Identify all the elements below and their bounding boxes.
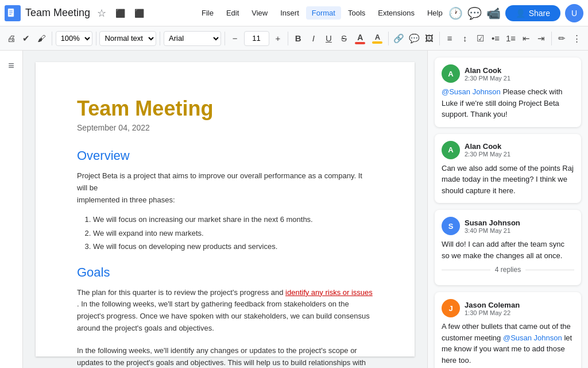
- more-options-button[interactable]: ⋮: [571, 30, 584, 47]
- bullet-list-button[interactable]: •≡: [489, 30, 502, 47]
- star-icon[interactable]: ☆: [95, 5, 109, 22]
- image-button[interactable]: 🖼: [423, 30, 436, 47]
- separator-1: [52, 32, 52, 45]
- overview-list: We will focus on increasing our market s…: [93, 213, 373, 253]
- comment-avatar-3: S: [442, 217, 460, 235]
- indent-more-button[interactable]: ⇥: [535, 30, 548, 47]
- separator-4: [225, 32, 225, 45]
- menu-tools[interactable]: Tools: [342, 6, 371, 20]
- list-item-2: We will expand into new markets.: [93, 227, 373, 240]
- font-select[interactable]: Arial Times New Roman Courier New: [164, 31, 221, 46]
- menu-help[interactable]: Help: [421, 6, 448, 20]
- zoom-select[interactable]: 100% 75% 125% 150%: [56, 31, 92, 46]
- main-area: ≡ Team Meeting September 04, 2022 Overvi…: [0, 51, 588, 368]
- comment-author-3: Susan Johnson: [465, 218, 520, 227]
- paint-format-button[interactable]: 🖌: [35, 30, 48, 47]
- title-bar-right: 🕐 💬 📹 👤 Share U: [448, 4, 583, 22]
- numbered-list-button[interactable]: 1≡: [504, 30, 517, 47]
- comment-card-4: J Jason Coleman 1:30 PM May 22 A few oth…: [435, 292, 581, 368]
- comment-time-4: 1:30 PM May 22: [465, 309, 520, 316]
- goals-heading: Goals: [77, 265, 373, 280]
- comment-meta-4: Jason Coleman 1:30 PM May 22: [465, 301, 520, 316]
- comment-avatar-4: J: [442, 299, 460, 317]
- print-button[interactable]: 🖨: [5, 30, 18, 47]
- separator-3: [160, 32, 160, 45]
- comment-time-3: 3:40 PM May 21: [465, 227, 520, 234]
- comment-avatar-2: A: [442, 141, 460, 159]
- text-color-indicator: [355, 42, 365, 44]
- italic-button[interactable]: I: [307, 30, 320, 47]
- document-area[interactable]: Team Meeting September 04, 2022 Overview…: [23, 51, 427, 368]
- strikethrough-button[interactable]: S: [338, 30, 351, 47]
- drive-icon[interactable]: ⬛: [132, 6, 146, 20]
- comments-icon[interactable]: 💬: [467, 6, 482, 20]
- list-item-3: We will focus on developing new products…: [93, 240, 373, 253]
- line-spacing-button[interactable]: ↕: [458, 30, 471, 47]
- overview-body-text2: implemented in three phases:: [77, 195, 175, 204]
- comment-history-icon[interactable]: 🕐: [448, 6, 463, 20]
- document-page: Team Meeting September 04, 2022 Overview…: [36, 62, 415, 356]
- replies-divider: 4 replies: [442, 266, 574, 274]
- comment-avatar-1: A: [442, 64, 460, 83]
- meet-icon[interactable]: 📹: [486, 6, 501, 20]
- spellcheck-button[interactable]: ✔: [20, 30, 33, 47]
- comment-header-4: J Jason Coleman 1:30 PM May 22: [442, 299, 574, 317]
- overview-heading: Overview: [77, 148, 373, 163]
- increase-font-button[interactable]: +: [272, 30, 285, 47]
- comment-text-4: A few other bullets that came out of the…: [442, 321, 574, 366]
- title-bar-left: Team Meeting ☆ ⬛ ⬛: [5, 5, 196, 22]
- list-item-1: We will focus on increasing our market s…: [93, 213, 373, 226]
- sidebar-toggle-button[interactable]: ≡: [3, 57, 20, 74]
- menu-file[interactable]: File: [196, 6, 219, 20]
- comment-author-2: Alan Cook: [465, 142, 510, 151]
- docs-icon: [5, 5, 21, 21]
- comment-meta-1: Alan Cook 2:30 PM May 21: [465, 66, 510, 82]
- text-color-button[interactable]: A: [353, 32, 368, 45]
- text-style-select[interactable]: Normal text Heading 1 Heading 2 Title: [99, 31, 156, 46]
- title-bar: Team Meeting ☆ ⬛ ⬛ File Edit View Insert…: [0, 0, 588, 26]
- user-avatar[interactable]: U: [565, 4, 583, 22]
- separator-2: [96, 32, 96, 45]
- menu-insert[interactable]: Insert: [274, 6, 305, 20]
- link-button[interactable]: 🔗: [392, 30, 405, 47]
- comments-panel: A Alan Cook 2:30 PM May 21 @Susan Johnso…: [427, 51, 588, 368]
- share-button[interactable]: 👤 Share: [505, 5, 560, 21]
- highlight-color-indicator: [372, 41, 382, 44]
- comment-mention-1[interactable]: @Susan Johnson: [442, 87, 501, 96]
- toolbar: 🖨 ✔ 🖌 100% 75% 125% 150% Normal text Hea…: [0, 26, 588, 51]
- comment-text-1: @Susan Johnson Please check with Luke if…: [442, 86, 574, 120]
- goals-body-2: . In the following weeks, we'll start by…: [77, 300, 370, 332]
- comment-header-3: S Susan Johnson 3:40 PM May 21: [442, 217, 574, 235]
- menu-format[interactable]: Format: [306, 6, 341, 20]
- replies-count[interactable]: 4 replies: [495, 266, 521, 274]
- menu-edit[interactable]: Edit: [220, 6, 245, 20]
- bold-button[interactable]: B: [292, 30, 305, 47]
- checklist-button[interactable]: ☑: [474, 30, 487, 47]
- decrease-font-button[interactable]: −: [229, 30, 242, 47]
- comment-time-1: 2:30 PM May 21: [465, 75, 510, 82]
- goals-body-3: In the following weeks, we'll identify a…: [77, 345, 373, 368]
- comment-meta-2: Alan Cook 2:30 PM May 21: [465, 142, 510, 158]
- comment-header-1: A Alan Cook 2:30 PM May 21: [442, 64, 574, 83]
- underline-button[interactable]: U: [322, 30, 335, 47]
- doc-subtitle: September 04, 2022: [77, 123, 373, 132]
- menu-extensions[interactable]: Extensions: [372, 6, 420, 20]
- mode-button[interactable]: ✏: [555, 30, 568, 47]
- comment-card-3: S Susan Johnson 3:40 PM May 21 Will do! …: [435, 210, 581, 285]
- goals-body-1: The plan for this quarter is to review t…: [77, 288, 283, 297]
- indent-less-button[interactable]: ⇤: [520, 30, 533, 47]
- text-color-a: A: [357, 33, 363, 42]
- comment-text-3: Will do! I can add after the team sync s…: [442, 239, 574, 261]
- overview-body-text: Project Beta is a project that aims to i…: [77, 171, 362, 192]
- comment-card-2: A Alan Cook 2:30 PM May 21 Can we also a…: [435, 134, 581, 204]
- highlight-color-button[interactable]: A: [370, 32, 385, 45]
- comment-text-2: Can we also add some of the points Raj m…: [442, 163, 574, 197]
- font-size-input[interactable]: [244, 31, 269, 46]
- goals-body: The plan for this quarter is to review t…: [77, 287, 373, 335]
- menu-view[interactable]: View: [246, 6, 273, 20]
- move-icon[interactable]: ⬛: [113, 6, 127, 20]
- comment-author-1: Alan Cook: [465, 66, 510, 75]
- comment-mention-4[interactable]: @Susan Johnson: [503, 334, 562, 342]
- align-button[interactable]: ≡: [443, 30, 457, 47]
- comment-button[interactable]: 💬: [408, 30, 421, 47]
